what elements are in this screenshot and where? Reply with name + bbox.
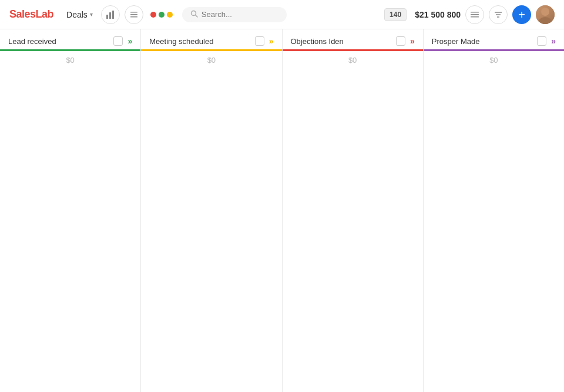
kanban-board: Lead received » $0 Meeting scheduled » $… bbox=[0, 29, 564, 392]
column-title-objections-iden: Objections Iden bbox=[291, 37, 391, 46]
logo-lab: Lab bbox=[36, 8, 54, 20]
menu-icon bbox=[129, 10, 139, 19]
menu-button[interactable] bbox=[125, 5, 143, 24]
status-dots bbox=[150, 12, 173, 18]
svg-point-14 bbox=[541, 8, 549, 16]
chevron-down-icon: ▾ bbox=[90, 11, 93, 18]
column-arrow-lead-received[interactable]: » bbox=[127, 36, 132, 46]
column-amount-prosper-made: $0 bbox=[424, 53, 564, 70]
search-bar[interactable] bbox=[182, 7, 287, 22]
column-bar-meeting-scheduled bbox=[141, 49, 281, 51]
kanban-column-lead-received: Lead received » $0 bbox=[0, 29, 141, 392]
deals-nav[interactable]: Deals ▾ bbox=[63, 8, 96, 22]
column-bar-objections-iden bbox=[283, 49, 423, 51]
svg-rect-3 bbox=[130, 12, 137, 13]
column-amount-lead-received: $0 bbox=[0, 53, 140, 70]
column-header-prosper-made: Prosper Made » bbox=[424, 29, 564, 49]
avatar-image bbox=[536, 5, 555, 24]
dot-green bbox=[159, 12, 164, 18]
deal-amount: $21 500 800 bbox=[415, 10, 461, 19]
column-content-meeting-scheduled bbox=[141, 70, 281, 392]
svg-rect-2 bbox=[112, 11, 114, 19]
avatar[interactable] bbox=[536, 5, 555, 24]
deal-count-badge: 140 bbox=[384, 8, 407, 21]
logo[interactable]: SalesLab bbox=[9, 8, 53, 21]
column-checkbox-objections-iden[interactable] bbox=[396, 36, 405, 46]
svg-rect-5 bbox=[130, 16, 137, 18]
add-button[interactable]: + bbox=[512, 5, 531, 24]
navbar: SalesLab Deals ▾ 1 bbox=[0, 0, 564, 29]
list-view-button[interactable] bbox=[465, 5, 484, 24]
column-checkbox-meeting-scheduled[interactable] bbox=[255, 36, 264, 46]
column-content-prosper-made bbox=[424, 70, 564, 392]
column-amount-objections-iden: $0 bbox=[283, 53, 423, 70]
column-checkbox-lead-received[interactable] bbox=[113, 36, 123, 46]
svg-point-15 bbox=[538, 17, 552, 24]
column-arrow-meeting-scheduled[interactable]: » bbox=[269, 36, 274, 46]
svg-rect-4 bbox=[130, 14, 137, 15]
column-header-lead-received: Lead received » bbox=[0, 29, 140, 49]
svg-rect-10 bbox=[471, 16, 479, 18]
search-input[interactable] bbox=[202, 10, 278, 19]
bar-chart-icon bbox=[106, 10, 115, 19]
svg-line-7 bbox=[195, 15, 197, 17]
list-icon bbox=[470, 10, 479, 19]
column-content-objections-iden bbox=[283, 70, 423, 392]
dot-yellow bbox=[167, 12, 173, 18]
svg-rect-9 bbox=[471, 14, 479, 15]
svg-rect-1 bbox=[109, 12, 111, 19]
svg-rect-8 bbox=[471, 12, 479, 13]
column-bar-prosper-made bbox=[424, 49, 564, 51]
add-icon: + bbox=[518, 9, 525, 21]
column-title-lead-received: Lead received bbox=[8, 37, 109, 46]
column-title-prosper-made: Prosper Made bbox=[432, 37, 532, 46]
column-checkbox-prosper-made[interactable] bbox=[537, 36, 546, 46]
kanban-column-prosper-made: Prosper Made » $0 bbox=[424, 29, 564, 392]
dot-red bbox=[150, 12, 156, 18]
deals-label: Deals bbox=[66, 10, 88, 19]
column-bar-lead-received bbox=[0, 49, 140, 51]
filter-icon bbox=[494, 10, 503, 19]
search-icon bbox=[190, 10, 198, 19]
bar-chart-button[interactable] bbox=[101, 5, 120, 24]
kanban-column-meeting-scheduled: Meeting scheduled » $0 bbox=[141, 29, 282, 392]
column-header-objections-iden: Objections Iden » bbox=[283, 29, 423, 49]
filter-button[interactable] bbox=[489, 5, 508, 24]
column-arrow-prosper-made[interactable]: » bbox=[551, 36, 556, 46]
column-title-meeting-scheduled: Meeting scheduled bbox=[149, 37, 250, 46]
column-header-meeting-scheduled: Meeting scheduled » bbox=[141, 29, 281, 49]
kanban-column-objections-iden: Objections Iden » $0 bbox=[283, 29, 424, 392]
logo-sales: Sales bbox=[9, 8, 36, 20]
column-amount-meeting-scheduled: $0 bbox=[141, 53, 281, 70]
column-content-lead-received bbox=[0, 70, 140, 392]
column-arrow-objections-iden[interactable]: » bbox=[410, 36, 415, 46]
svg-rect-0 bbox=[106, 15, 108, 19]
